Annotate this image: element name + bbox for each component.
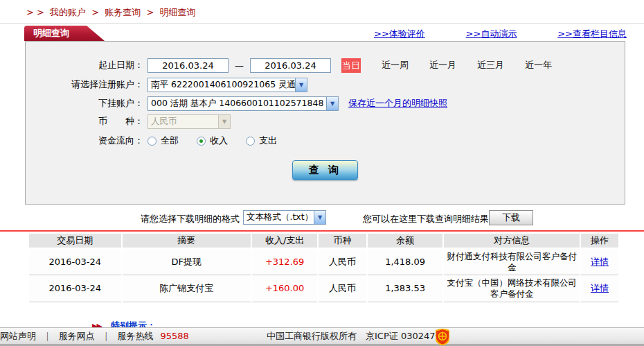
detail-link[interactable]: 详情 [591,283,609,293]
range-last-month[interactable]: 近一月 [429,59,456,71]
sub-account-label: 下挂账户： [25,97,143,110]
cell-currency: 人民币 [319,275,366,302]
results-table: 交易日期 摘要 收入/支出 币种 余额 对方信息 操作 2016-03-24 D… [28,234,620,302]
date-range-row: 起止日期： — 当日 近一周 近一月 近三月 近一年 [25,57,625,73]
table-row: 2016-03-24 DF提现 +312.69 人民币 1,418.09 财付通… [29,249,618,275]
top-links: >>体验评价 >>自动演示 >>查看栏目信息 [374,28,627,40]
download-format-select[interactable]: 文本格式（.txt） ▼ [243,210,326,225]
cell-balance: 1,383.53 [368,275,443,302]
save-snapshot-link[interactable]: 保存近一个月的明细快照 [348,97,447,110]
currency-select: 人民币 ▼ [147,114,231,129]
service-outlets-link[interactable]: 服务网点 [59,330,95,343]
flow-option-income-label: 收入 [210,135,228,147]
registered-account-value: 南平 6222001406100921065 灵通卡 [148,79,295,91]
column-info-link[interactable]: >>查看栏目信息 [557,28,627,40]
fund-flow-label: 资金流向： [25,135,143,147]
cell-amount: +312.69 [252,249,317,275]
footer-separator: ｜ [43,330,52,343]
cell-counterparty: 财付通支付科技有限公司客户备付金 [444,249,579,275]
cell-date: 2016-03-24 [29,275,121,302]
cell-currency: 人民币 [319,249,366,275]
breadcrumb: > > 我的账户 > 账务查询 > 明细查询 [26,6,198,19]
copyright-text: 中国工商银行版权所有 京ICP证 030247号 [267,330,445,343]
breadcrumb-divider [0,23,644,24]
tab-detail-query[interactable]: 明细查询 [24,26,105,41]
auto-demo-link[interactable]: >>自动演示 [466,28,517,40]
currency-row: 币 种： 人民币 ▼ [25,113,625,130]
col-date: 交易日期 [29,234,121,249]
footer: 网站声明 ｜ 服务网点 ｜ 服务热线 95588 中国工商银行版权所有 京ICP… [0,327,644,346]
breadcrumb-item-my-account[interactable]: 我的账户 [50,7,86,17]
breadcrumb-item-account-query[interactable]: 账务查询 [105,7,141,17]
chevron-down-icon: ▼ [295,78,307,92]
download-format-value: 文本格式（.txt） [244,211,314,223]
today-button[interactable]: 当日 [341,58,361,73]
breadcrumb-separator: > [91,7,99,17]
fund-flow-row: 资金流向： 全部 收入 支出 [25,132,625,149]
sub-account-select[interactable]: 000 活期 基本户 1406600101102571848 ▼ [147,96,339,111]
range-last-year[interactable]: 近一年 [525,59,552,71]
currency-label: 币 种： [25,115,143,128]
col-amount: 收入/支出 [252,234,317,249]
table-row: 2016-03-24 陈广锦支付宝 +160.00 人民币 1,383.53 支… [29,275,618,302]
cell-amount: +160.00 [252,275,317,302]
col-balance: 余额 [368,234,443,249]
radio-icon [147,137,156,146]
flow-option-income[interactable]: 收入 [197,135,228,147]
sub-account-row: 下挂账户： 000 活期 基本户 1406600101102571848 ▼ 保… [25,95,625,112]
download-hint: 您可以在这里下载查询明细结果 [363,213,489,225]
download-button[interactable]: 下载 [489,210,533,225]
col-currency: 币种 [319,234,366,249]
experience-review-link[interactable]: >>体验评价 [374,28,425,40]
flow-option-expense-label: 支出 [259,135,277,147]
date-range-label: 起止日期： [25,59,143,71]
query-button[interactable]: 查 询 [292,160,358,180]
date-to-input[interactable] [250,58,331,73]
flow-option-expense[interactable]: 支出 [246,135,277,147]
hotline-number: 95588 [160,331,188,341]
cell-summary: DF提现 [123,249,251,275]
sub-account-value: 000 活期 基本户 1406600101102571848 [148,98,326,110]
cell-balance: 1,418.09 [368,249,443,275]
section-divider [0,230,644,232]
table-header-row: 交易日期 摘要 收入/支出 币种 余额 对方信息 操作 [29,234,618,249]
cell-summary: 陈广锦支付宝 [123,275,251,302]
chevron-down-icon: ▼ [326,97,338,110]
security-badge-icon [436,329,449,345]
date-range-dash: — [235,60,244,71]
col-summary: 摘要 [123,234,251,249]
site-statement-link[interactable]: 网站声明 [0,330,36,343]
cell-counterparty: 支付宝（中国）网络技术有限公司客户备付金 [444,275,579,302]
range-last-3-months[interactable]: 近三月 [477,59,504,71]
registered-account-row: 请选择注册账户： 南平 6222001406100921065 灵通卡 ▼ [25,76,625,93]
detail-link[interactable]: 详情 [591,257,609,267]
radio-checked-icon [197,137,206,146]
flow-option-all[interactable]: 全部 [147,135,179,147]
date-from-input[interactable] [147,58,229,73]
breadcrumb-separator: > [146,7,154,17]
download-format-label: 请您选择下载明细的格式 [0,213,240,225]
col-counterparty: 对方信息 [444,234,579,249]
currency-value: 人民币 [148,116,218,128]
hotline-label: 服务热线 [117,330,153,343]
cell-date: 2016-03-24 [29,249,121,275]
footer-separator: ｜ [102,330,111,343]
range-last-week[interactable]: 近一周 [382,59,409,71]
registered-account-label: 请选择注册账户： [25,78,143,91]
col-action: 操作 [581,234,618,249]
registered-account-select[interactable]: 南平 6222001406100921065 灵通卡 ▼ [147,78,307,92]
flow-option-all-label: 全部 [161,135,179,147]
chevron-down-icon: ▼ [218,115,230,128]
radio-icon [246,137,255,146]
breadcrumb-arrows-icon: > > [26,7,44,17]
chevron-down-icon: ▼ [314,211,325,224]
breadcrumb-item-detail-query[interactable]: 明细查询 [159,7,195,17]
